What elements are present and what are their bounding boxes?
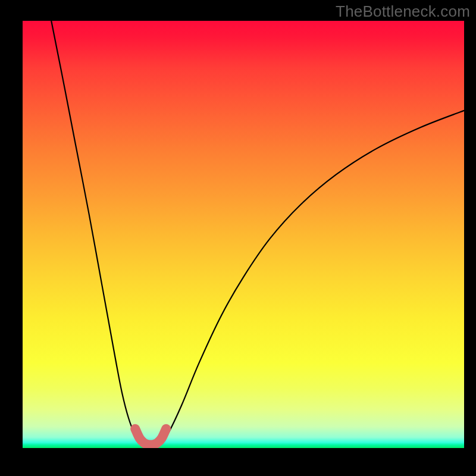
curve-left-branch (51, 21, 142, 445)
chart-frame: TheBottleneck.com (0, 0, 476, 476)
bottleneck-curve-svg (23, 21, 464, 448)
curve-right-branch (159, 111, 464, 445)
attribution-label: TheBottleneck.com (336, 2, 470, 21)
optimal-notch-highlight (135, 429, 166, 445)
plot-area (23, 21, 464, 448)
